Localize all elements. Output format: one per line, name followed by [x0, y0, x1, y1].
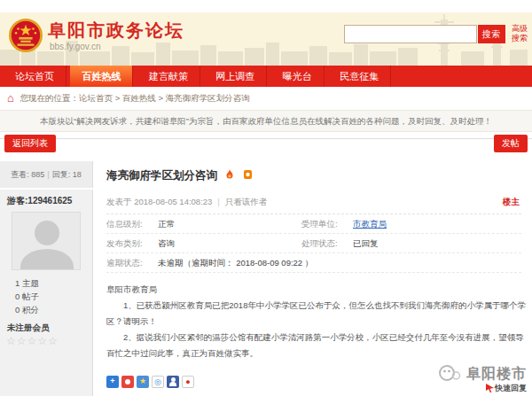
- info-status-label: 处理状态:: [301, 234, 353, 252]
- info-row-2: 发布类别:咨询 处理状态:已回复: [106, 234, 521, 253]
- nav-item-exposure[interactable]: 曝光台: [271, 66, 325, 87]
- share-renren-icon[interactable]: [167, 376, 179, 388]
- cursor-arrow-icon: [486, 384, 494, 392]
- new-post-button[interactable]: 发帖: [494, 135, 528, 152]
- thread-toolbar: 返回列表 发帖: [0, 132, 532, 161]
- views-count: 查看: 885: [11, 170, 44, 179]
- watermark-logo-icon: [438, 369, 465, 384]
- info-unit-label: 受理单位:: [301, 214, 353, 233]
- advanced-search-line1: 高级: [511, 24, 528, 34]
- advanced-search-line2: 搜索: [511, 34, 528, 43]
- national-emblem-icon: [9, 19, 43, 56]
- info-overdue: 逾期状态:未逾期（逾期时间： 2018-08-09 09:22 ）: [106, 253, 521, 272]
- share-more-icon[interactable]: +: [106, 376, 119, 388]
- quick-reply-label: 快速回复: [495, 384, 527, 392]
- post-salutation: 阜阳市教育局: [106, 282, 530, 298]
- author-stats: 1 主题 0 帖子 0 积分: [15, 276, 92, 316]
- info-row-1: 信息级别:正常 受理单位:市教育局: [106, 214, 521, 234]
- post-paragraph-2: 2、据说我们小区紧邻的温莎公馆有配建小学清河路第一小学分校，小区已经交付几年至今…: [106, 330, 530, 361]
- info-row-3: 逾期状态:未逾期（逾期时间： 2018-08-09 09:22 ）: [106, 253, 521, 273]
- nav-item-opinion-collection[interactable]: 民意征集: [328, 66, 391, 87]
- view-author-only-link[interactable]: 只看该作者: [225, 197, 268, 206]
- back-to-list-button[interactable]: 返回列表: [4, 135, 56, 152]
- site-url: bbs.fy.gov.cn: [50, 42, 100, 51]
- nav-item-suggestions[interactable]: 建言献策: [137, 66, 200, 87]
- author-level: 未注册会员: [7, 322, 92, 334]
- post-date: 发表于 2018-08-05 14:08:23: [106, 197, 212, 206]
- board-notice: 本版块以“解决网友诉求，共建和谐阜阳”为宗旨，由百家政府单位信息员在线解决百姓的…: [0, 110, 532, 132]
- info-status-value: 已回复: [353, 238, 379, 248]
- author-name[interactable]: 游客:129461625: [0, 190, 92, 210]
- info-unit-link[interactable]: 市教育局: [353, 219, 387, 229]
- watermark: 阜阳楼市 快速回复: [438, 364, 527, 394]
- info-level: 信息级别:正常: [106, 214, 301, 233]
- stats-separator: |: [47, 170, 49, 179]
- author-topics: 1 主题: [15, 276, 92, 290]
- share-qzone-icon[interactable]: ◎: [152, 376, 164, 388]
- nav-item-forum-home[interactable]: 论坛首页: [4, 66, 66, 87]
- breadcrumb-prefix: 您现在的位置：: [20, 93, 80, 103]
- site-title: 阜阳市政务论坛: [48, 19, 184, 43]
- thread-title-cell: 海亮御府学区划分咨询: [94, 161, 532, 188]
- main-nav: 论坛首页 百姓热线 建言献策 网上调查 曝光台 民意征集: [0, 66, 532, 87]
- watermark-brand: 阜阳楼市: [466, 366, 527, 381]
- thread-title: 海亮御府学区划分咨询: [106, 169, 217, 182]
- author-points: 0 积分: [15, 303, 92, 316]
- info-overdue-label: 逾期状态:: [106, 253, 158, 272]
- forum-page: 阜阳市政务论坛 bbs.fy.gov.cn 搜索 高级 搜索 论坛首页 百姓热线…: [0, 0, 532, 396]
- share-pin-icon[interactable]: ●: [182, 376, 194, 388]
- digest-badge-icon: [243, 169, 253, 180]
- thread-header-row: 查看: 885|回复: 18 海亮御府学区划分咨询: [0, 161, 532, 188]
- author-posts: 0 帖子: [15, 290, 92, 303]
- post-body: 阜阳市教育局 1、已获悉颍州区教育局已把2018年中小学学区已公布于众，但怎么也…: [106, 282, 530, 361]
- nav-item-online-survey[interactable]: 网上调查: [204, 66, 267, 87]
- hot-flame-icon: [225, 169, 234, 180]
- breadcrumb: ⌂ 您现在的位置：论坛首页 > 百姓热线 > 海亮御府学区划分咨询: [0, 87, 532, 110]
- floor-label[interactable]: 楼主: [503, 197, 520, 208]
- info-overdue-value: 未逾期（逾期时间： 2018-08-09 09:22 ）: [158, 258, 313, 268]
- info-level-label: 信息级别:: [106, 214, 158, 233]
- share-favorite-icon[interactable]: ★: [137, 376, 149, 388]
- replies-count: 回复: 18: [52, 170, 82, 179]
- nav-item-citizen-hotline[interactable]: 百姓热线: [70, 66, 133, 87]
- breadcrumb-path[interactable]: 论坛首页 > 百姓热线 > 海亮御府学区划分咨询: [79, 93, 250, 103]
- info-unit: 受理单位:市教育局: [301, 214, 497, 233]
- share-weibo-icon[interactable]: [121, 376, 134, 388]
- author-sidebar: 游客:129461625 1 主题 0 帖子 0 积分 未注册会员 ☆☆☆☆☆: [0, 190, 93, 396]
- avatar: [12, 212, 81, 270]
- advanced-search-link[interactable]: 高级 搜索: [511, 24, 528, 43]
- post-meta: 发表于 2018-08-05 14:08:23|只看该作者 楼主: [106, 197, 521, 214]
- info-category-value: 咨询: [158, 238, 175, 248]
- avatar-torso-shape: [20, 249, 74, 270]
- meta-separator: |: [217, 197, 219, 206]
- home-icon: ⌂: [7, 91, 14, 105]
- info-level-value: 正常: [158, 219, 175, 229]
- site-header: 阜阳市政务论坛 bbs.fy.gov.cn 搜索 高级 搜索: [0, 12, 532, 66]
- info-category-label: 发布类别:: [106, 234, 158, 252]
- search-input[interactable]: [344, 25, 477, 43]
- info-status: 处理状态:已回复: [301, 234, 497, 252]
- thread-stats: 查看: 885|回复: 18: [0, 161, 93, 188]
- info-category: 发布类别:咨询: [106, 234, 301, 252]
- avatar-head-shape: [35, 221, 59, 245]
- post-paragraph-1: 1、已获悉颍州区教育局已把2018年中小学学区已公布于众，但怎么也找不到我们海亮…: [106, 298, 530, 330]
- author-star-rating: ☆☆☆☆☆: [6, 335, 92, 347]
- search-button[interactable]: 搜索: [478, 25, 505, 43]
